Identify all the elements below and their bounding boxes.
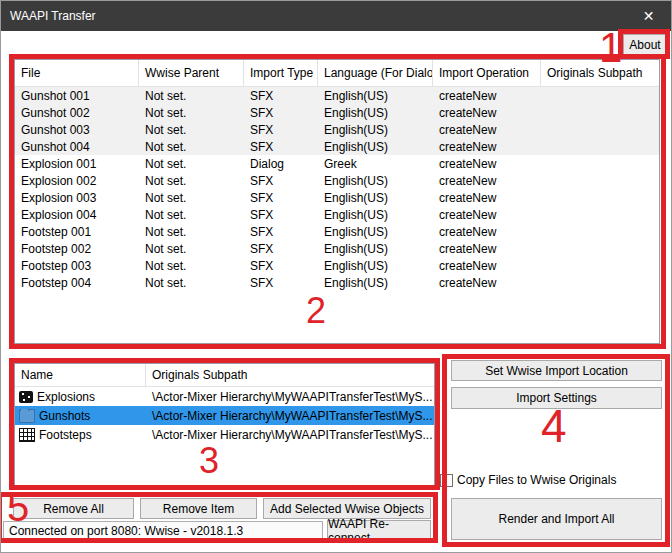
file-table-row[interactable]: Explosion 004Not set.SFXEnglish(US)creat… — [15, 206, 659, 223]
table-cell: Not set. — [139, 106, 244, 120]
table-cell: SFX — [244, 208, 318, 222]
copy-files-label: Copy Files to Wwise Originals — [457, 473, 616, 487]
table-cell: Explosion 004 — [15, 208, 139, 222]
file-table-row[interactable]: Explosion 002Not set.SFXEnglish(US)creat… — [15, 172, 659, 189]
column-header-originals-subpath[interactable]: Originals Subpath — [541, 60, 659, 86]
file-list-table: File Wwise Parent Import Type Language (… — [14, 59, 660, 344]
file-table-row[interactable]: Footstep 003Not set.SFXEnglish(US)create… — [15, 257, 659, 274]
wwise-object-name: Gunshots — [39, 409, 90, 423]
table-cell: Not set. — [139, 191, 244, 205]
file-table-row[interactable]: Footstep 002Not set.SFXEnglish(US)create… — [15, 240, 659, 257]
column-header-file[interactable]: File — [15, 60, 139, 86]
wwise-object-row[interactable]: Footsteps\Actor-Mixer Hierarchy\MyWAAPIT… — [15, 425, 434, 444]
table-cell: SFX — [244, 242, 318, 256]
copy-files-checkbox[interactable] — [440, 474, 453, 487]
table-cell: Explosion 001 — [15, 157, 139, 171]
close-icon[interactable]: ✕ — [626, 1, 671, 31]
table-cell: SFX — [244, 106, 318, 120]
folder-icon — [19, 409, 35, 423]
table-cell: Not set. — [139, 276, 244, 290]
table-cell: English(US) — [318, 106, 433, 120]
table-cell: Footstep 003 — [15, 259, 139, 273]
table-cell: Explosion 002 — [15, 174, 139, 188]
file-table-row[interactable]: Gunshot 004Not set.SFXEnglish(US)createN… — [15, 138, 659, 155]
table-cell: SFX — [244, 191, 318, 205]
column-header-name[interactable]: Name — [15, 364, 146, 386]
table-cell: createNew — [433, 123, 541, 137]
table-cell: English(US) — [318, 259, 433, 273]
wwise-object-subpath: \Actor-Mixer Hierarchy\MyWAAPITransferTe… — [146, 428, 434, 442]
table-cell: Gunshot 004 — [15, 140, 139, 154]
wwise-object-row[interactable]: Gunshots\Actor-Mixer Hierarchy\MyWAAPITr… — [15, 406, 434, 425]
title-bar: WAAPI Transfer ✕ — [1, 1, 671, 31]
table-cell: Not set. — [139, 259, 244, 273]
copy-files-row: Copy Files to Wwise Originals — [440, 473, 616, 487]
waapi-reconnect-button[interactable]: WAAPI Re-connect — [327, 520, 431, 541]
table-cell: createNew — [433, 157, 541, 171]
table-cell: Footstep 002 — [15, 242, 139, 256]
column-header-wwise-originals-subpath[interactable]: Originals Subpath — [146, 364, 434, 386]
table-cell: English(US) — [318, 225, 433, 239]
table-cell: createNew — [433, 89, 541, 103]
table-cell: Gunshot 001 — [15, 89, 139, 103]
file-table-header: File Wwise Parent Import Type Language (… — [15, 60, 659, 87]
table-cell: Not set. — [139, 89, 244, 103]
table-cell: Explosion 003 — [15, 191, 139, 205]
file-table-row[interactable]: Gunshot 001Not set.SFXEnglish(US)createN… — [15, 87, 659, 104]
wwise-object-name: Explosions — [37, 390, 95, 404]
table-cell: Not set. — [139, 123, 244, 137]
render-and-import-all-button[interactable]: Render and Import All — [451, 498, 662, 540]
table-cell: Gunshot 003 — [15, 123, 139, 137]
table-cell: English(US) — [318, 140, 433, 154]
table-cell: createNew — [433, 174, 541, 188]
import-settings-button[interactable]: Import Settings — [451, 387, 662, 409]
table-cell: Not set. — [139, 225, 244, 239]
table-cell: createNew — [433, 242, 541, 256]
file-table-row[interactable]: Footstep 004Not set.SFXEnglish(US)create… — [15, 274, 659, 291]
table-cell: English(US) — [318, 191, 433, 205]
table-cell: Not set. — [139, 208, 244, 222]
file-table-row[interactable]: Gunshot 003Not set.SFXEnglish(US)createN… — [15, 121, 659, 138]
blend-container-icon — [19, 428, 35, 442]
file-table-row[interactable]: Footstep 001Not set.SFXEnglish(US)create… — [15, 223, 659, 240]
table-cell: SFX — [244, 140, 318, 154]
waapi-transfer-window: WAAPI Transfer ✕ About File Wwise Parent… — [0, 0, 672, 553]
set-wwise-import-location-button[interactable]: Set Wwise Import Location — [451, 360, 662, 381]
column-header-wwise-parent[interactable]: Wwise Parent — [139, 60, 244, 86]
table-cell: Not set. — [139, 157, 244, 171]
table-cell: English(US) — [318, 242, 433, 256]
table-cell: Footstep 004 — [15, 276, 139, 290]
table-cell: Not set. — [139, 242, 244, 256]
table-cell: Dialog — [244, 157, 318, 171]
column-header-import-operation[interactable]: Import Operation — [433, 60, 541, 86]
table-cell: createNew — [433, 140, 541, 154]
table-cell: SFX — [244, 174, 318, 188]
table-cell: Not set. — [139, 140, 244, 154]
wwise-object-subpath: \Actor-Mixer Hierarchy\MyWAAPITransferTe… — [146, 409, 434, 423]
file-table-body: Gunshot 001Not set.SFXEnglish(US)createN… — [15, 87, 659, 291]
table-cell: SFX — [244, 123, 318, 137]
table-cell: Footstep 001 — [15, 225, 139, 239]
table-cell: SFX — [244, 225, 318, 239]
wwise-object-row[interactable]: Explosions\Actor-Mixer Hierarchy\MyWAAPI… — [15, 387, 434, 406]
table-cell: createNew — [433, 106, 541, 120]
file-table-row[interactable]: Gunshot 002Not set.SFXEnglish(US)createN… — [15, 104, 659, 121]
window-title: WAAPI Transfer — [1, 9, 96, 23]
file-table-row[interactable]: Explosion 003Not set.SFXEnglish(US)creat… — [15, 189, 659, 206]
remove-all-button[interactable]: Remove All — [13, 498, 134, 519]
file-table-row[interactable]: Explosion 001Not set.DialogGreekcreateNe… — [15, 155, 659, 172]
column-header-language[interactable]: Language (For Dialog) — [318, 60, 433, 86]
table-cell: createNew — [433, 191, 541, 205]
remove-item-button[interactable]: Remove Item — [140, 498, 257, 519]
wwise-object-name: Footsteps — [39, 428, 92, 442]
column-header-import-type[interactable]: Import Type — [244, 60, 318, 86]
table-cell: createNew — [433, 225, 541, 239]
table-cell: SFX — [244, 276, 318, 290]
annotation-number-4: 4 — [541, 403, 567, 449]
connection-status: Connected on port 8080: Wwise - v2018.1.… — [3, 521, 323, 541]
about-button[interactable]: About — [623, 34, 667, 55]
wwise-table-header: Name Originals Subpath — [15, 364, 434, 387]
table-cell: createNew — [433, 259, 541, 273]
table-cell: Greek — [318, 157, 433, 171]
table-cell: Not set. — [139, 174, 244, 188]
